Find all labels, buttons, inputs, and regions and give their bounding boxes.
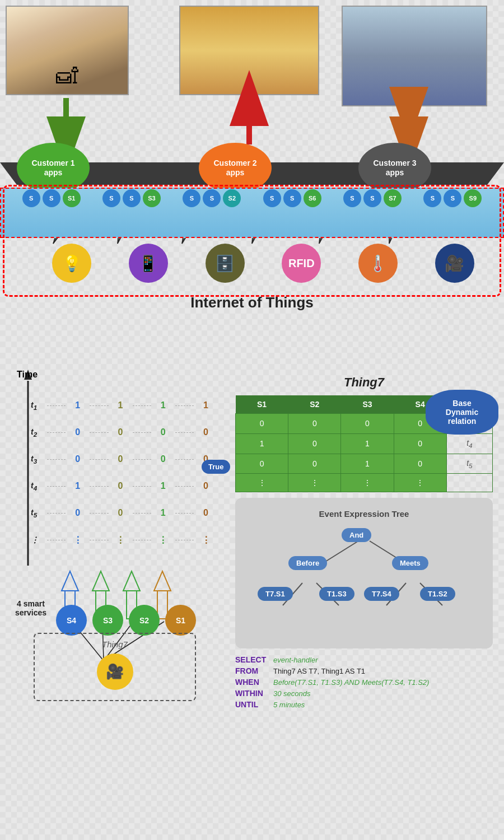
s-circle-s7: S7 (384, 189, 402, 207)
time-label: Time (17, 370, 38, 380)
query-within-line: WITHIN 30 seconds (235, 689, 493, 698)
s-circle-s9: S9 (464, 189, 482, 207)
time-row-t2: t2 0 0 0 0 (31, 419, 216, 446)
eet-t1s3-node: T1.S3 (319, 587, 354, 601)
from-keyword: FROM (235, 666, 269, 675)
s-circle-s1: S1 (63, 189, 81, 207)
col-s2: S2 (288, 395, 341, 414)
svg-marker-33 (123, 571, 140, 591)
eet-title: Event Expression Tree (246, 509, 482, 519)
s-circle-s7b: S (363, 189, 381, 207)
col-s3: S3 (341, 395, 394, 414)
query-section: SELECT event-handler FROM Thing7 AS T7, … (235, 655, 493, 709)
customer3-bubble: Customer 3apps (358, 143, 431, 193)
device-thermo: 🌡️ (358, 244, 398, 283)
eet-and-node: And (342, 528, 371, 542)
s-circle-s3b: S (123, 189, 141, 207)
s-circle-s3: S3 (143, 189, 161, 207)
device-phone: 📱 (129, 244, 168, 283)
s-circle-s3a: S (102, 189, 120, 207)
service-group-s3: S S S3 (102, 189, 161, 207)
device-camera: 🎥 (435, 244, 474, 283)
time-row-t1: t1 1 1 1 1 (31, 392, 216, 419)
until-value: 5 minutes (273, 701, 305, 709)
time-row-t5: t5 0 0 1 0 (31, 500, 216, 526)
within-value: 30 seconds (273, 689, 311, 698)
smart-circles: S4 S3 S2 S1 (56, 605, 196, 636)
thing7-table-title: Thing7 (235, 375, 493, 390)
eet-t7s4-node: T7.S4 (364, 587, 399, 601)
bdr-region: Base Dynamicrelation True S1 S2 S3 S4 (235, 395, 493, 492)
eet-tree: And Before Meets T7.S1 T1.S3 (246, 525, 482, 637)
table-row-dots: ⋮ ⋮ ⋮ ⋮ (236, 474, 493, 492)
bottom-section: Time t1 1 1 1 1 t2 0 0 0 (0, 358, 504, 840)
eet-meets-node: Meets (392, 556, 428, 570)
time-row-t4: t4 1 0 1 0 (31, 473, 216, 500)
sm-s4: S4 (56, 605, 87, 636)
select-keyword: SELECT (235, 655, 269, 664)
customer2-bubble: Customer 2apps (199, 143, 272, 193)
photo-warehouse (179, 6, 319, 95)
photo-industrial (342, 6, 487, 106)
when-keyword: WHEN (235, 678, 269, 687)
services-row: S S S1 S S S3 S S S2 S S S6 (11, 189, 493, 207)
devices-row: 💡 📱 🗄️ RFID 🌡️ 🎥 (34, 244, 493, 283)
s-circle-s2b: S (203, 189, 221, 207)
service-group-s6: S S S6 (263, 189, 321, 207)
right-panel: Thing7 Base Dynamicrelation True S1 S2 S… (235, 375, 493, 711)
s-circle-s9a: S (423, 189, 441, 207)
sm-s1: S1 (165, 605, 196, 636)
s-circle-s9b: S (444, 189, 461, 207)
eet-lines-svg (246, 525, 482, 637)
s-circle-s7a: S (343, 189, 361, 207)
service-group-s1: S S S1 (22, 189, 81, 207)
eet-t7s1-node: T7.S1 (258, 587, 293, 601)
svg-marker-35 (154, 571, 171, 591)
service-group-s9: S S S9 (423, 189, 482, 207)
time-row-dots: ⋮ ⋮ ⋮ ⋮ ⋮ (31, 526, 216, 553)
table-row-t5: 0 0 1 0 t5 (236, 454, 493, 474)
query-select-line: SELECT event-handler (235, 655, 493, 664)
sm-s3: S3 (92, 605, 123, 636)
device-safe: 🗄️ (206, 244, 245, 283)
customer1-bubble: Customer 1apps (17, 143, 90, 193)
col-s1: S1 (236, 395, 288, 414)
svg-marker-29 (62, 571, 78, 591)
query-until-line: UNTIL 5 minutes (235, 700, 493, 709)
from-value: Thing7 AS T7, Thing1 AS T1 (273, 667, 365, 675)
top-section: Customer 1apps Customer 2apps Customer 3… (0, 0, 504, 347)
s-circle-s6: S6 (304, 189, 321, 207)
photo-living-room (6, 6, 129, 95)
sm-s2: S2 (129, 605, 160, 636)
s-circle-s2a: S (183, 189, 200, 207)
eet-before-node: Before (288, 556, 327, 570)
iot-label: Internet of Things (0, 294, 504, 311)
table-row-t4: 1 0 1 0 t4 (236, 433, 493, 454)
true-bubble: True (202, 460, 230, 474)
s-circle-s2: S2 (223, 189, 241, 207)
bdr-bubble: Base Dynamicrelation (426, 390, 498, 435)
query-from-line: FROM Thing7 AS T7, Thing1 AS T1 (235, 666, 493, 675)
time-row-t3: t3 0 0 0 0 (31, 446, 216, 473)
within-keyword: WITHIN (235, 689, 269, 698)
time-rows: t1 1 1 1 1 t2 0 0 0 0 (31, 392, 216, 553)
s-circle-s6a: S (263, 189, 281, 207)
service-group-s2: S S S2 (183, 189, 241, 207)
device-bulb: 💡 (52, 244, 91, 283)
until-keyword: UNTIL (235, 700, 269, 709)
svg-marker-31 (92, 571, 109, 591)
service-group-s7: S S S7 (343, 189, 402, 207)
device-rfid: RFID (282, 244, 321, 283)
s-circle-s6b: S (283, 189, 301, 207)
smart-services-label: 4 smartservices (6, 599, 56, 617)
when-value: Before(T7.S1, T1.S3) AND Meets(T7.S4, T1… (273, 678, 429, 687)
s-circle-s: S (22, 189, 40, 207)
thing7-italic-label: Thing7 (40, 640, 189, 649)
query-when-line: WHEN Before(T7.S1, T1.S3) AND Meets(T7.S… (235, 678, 493, 687)
camera-device-icon: 🎥 (97, 654, 133, 690)
eet-box: Event Expression Tree (235, 498, 493, 648)
thing7-bottom-box: Thing7 🎥 (34, 633, 196, 701)
main-container: Customer 1apps Customer 2apps Customer 3… (0, 0, 504, 840)
eet-t1s2-node: T1.S2 (420, 587, 455, 601)
select-value: event-handler (273, 656, 318, 664)
